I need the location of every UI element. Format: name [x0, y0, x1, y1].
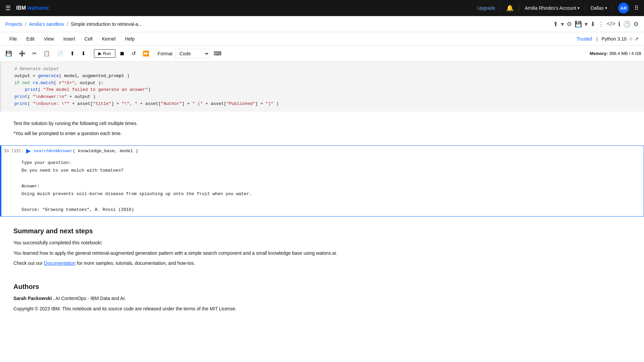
trusted-separator: | [596, 36, 598, 42]
nav-divider-2 [519, 4, 519, 12]
format-label: Format [158, 51, 172, 56]
save-chevron-icon[interactable]: ▾ [585, 20, 588, 28]
python-info: Python 3.10 ⚪ ↗ [601, 36, 639, 42]
code-line-1: # Generate output [14, 66, 639, 73]
summary-line3-post: for more samples, tutorials, documentati… [77, 260, 195, 266]
history-icon[interactable]: 🕐 [623, 20, 631, 28]
kernel-status-icon: ⚪ [629, 37, 633, 41]
info-icon[interactable]: ℹ [618, 20, 621, 28]
cut-button[interactable]: ✂ [30, 48, 39, 59]
text-line-1: Test the solution by running the followi… [13, 120, 631, 127]
interrupt-button[interactable]: ⏹ [117, 49, 127, 59]
save-icon[interactable]: 💾 [575, 20, 582, 28]
cell-type-select[interactable]: Code Markdown Raw [175, 49, 210, 58]
top-nav: ☰ IBM watsonx Upgrade 🔔 Amilia Rhodes's … [0, 0, 644, 16]
breadcrumb-sandbox[interactable]: Amilia's sandbox [29, 21, 64, 27]
text-above-cell: Test the solution by running the followi… [0, 117, 644, 143]
menu-view[interactable]: View [40, 35, 58, 43]
menu-bar: File Edit View Insert Cell Kernel Help T… [0, 32, 644, 46]
upgrade-link[interactable]: Upgrade [477, 5, 495, 11]
menu-cell[interactable]: Cell [80, 35, 97, 43]
code-line-6: print( "\nSource: \"" + asset["title"] +… [14, 101, 639, 108]
code-line-5: print( "\nAnswer:\n" + output ) [14, 94, 639, 101]
python-label: Python 3.10 [601, 36, 627, 42]
cell-code[interactable]: searchAndAnswer( knowledge_base, model ) [34, 147, 141, 155]
add-cell-button[interactable]: ➕ [16, 48, 28, 59]
memory-info: Memory: 396.4 MB / 4 GB [590, 51, 641, 56]
account-chevron-icon: ▾ [578, 6, 580, 10]
code-line-2: output = generate( model, augmented_prom… [14, 73, 639, 80]
trusted-label: Trusted [577, 36, 592, 42]
code-cell-top[interactable]: # Generate output output = generate( mod… [0, 62, 644, 112]
upload-icon[interactable]: ⬆ [553, 20, 558, 28]
notification-bell-icon[interactable]: 🔔 [506, 4, 514, 12]
menu-file[interactable]: File [5, 35, 21, 43]
share-icon[interactable]: ⚙ [567, 20, 572, 28]
breadcrumb-sep-2: / [67, 21, 68, 27]
save-button[interactable]: 💾 [3, 48, 15, 59]
menu-help[interactable]: Help [121, 35, 139, 43]
text-line-2: *You will be prompted to enter a questio… [13, 130, 631, 137]
settings-icon[interactable]: ⚙ [633, 20, 639, 28]
download-icon[interactable]: ⬇ [590, 20, 595, 28]
author-name: Sarah Packowski [13, 296, 52, 301]
avatar[interactable]: AR [618, 3, 629, 13]
memory-label: Memory: [590, 51, 608, 56]
menu-edit[interactable]: Edit [22, 35, 39, 43]
notebook-content: # Generate output output = generate( mod… [0, 62, 644, 362]
apps-icon[interactable]: ⠿ [634, 4, 639, 12]
breadcrumb-chevron-icon[interactable]: ▾ [561, 20, 564, 28]
output-line-3 [21, 174, 641, 182]
output-line-1: Type your question: [21, 159, 641, 167]
move-up-button[interactable]: ⬆ [67, 48, 77, 59]
cell-output: Type your question: Do you need to use m… [1, 156, 644, 217]
breadcrumb-sep-1: / [25, 21, 26, 27]
brand-logo: IBM watsonx [16, 5, 49, 11]
exec-cell-header: In [13]: ▶ searchAndAnswer( knowledge_ba… [1, 146, 644, 156]
region-menu[interactable]: Dallas ▾ [591, 5, 607, 11]
menu-insert[interactable]: Insert [59, 35, 79, 43]
nav-divider-4 [612, 4, 613, 12]
code-comment: # Generate output [14, 66, 59, 71]
summary-line-1: You successfully completed this notebook… [13, 239, 631, 246]
output-line-2: Do you need to use mulch with tomatoes? [21, 167, 641, 174]
run-button[interactable]: ▶ Run [94, 49, 115, 58]
toolbar-sep-2 [155, 50, 155, 58]
memory-value: 396.4 MB / 4 GB [609, 51, 641, 56]
copyright-text: Copyright © 2023 IBM. This notebook and … [13, 305, 631, 312]
kernel-expand-icon: ↗ [635, 36, 639, 42]
exec-cell[interactable]: In [13]: ▶ searchAndAnswer( knowledge_ba… [0, 145, 644, 217]
hamburger-icon[interactable]: ☰ [5, 4, 11, 12]
keyboard-shortcut-button[interactable]: ⌨ [211, 48, 224, 59]
breadcrumb-projects[interactable]: Projects [5, 21, 22, 27]
code-line-3: if not re.match( r"\S+", output ): [14, 80, 639, 87]
move-down-button[interactable]: ⬇ [78, 48, 88, 59]
cell-label: In [13]: [4, 148, 23, 153]
menu-kernel[interactable]: Kernel [98, 35, 119, 43]
run-cell-button[interactable]: ▶ [26, 147, 31, 155]
paste-button[interactable]: 📄 [54, 48, 66, 59]
code-line-4: print( "The model failed to generate an … [14, 86, 639, 94]
authors-info: Sarah Packowski , AI ContentOps - IBM Da… [13, 295, 631, 302]
account-menu[interactable]: Amilia Rhodes's Account ▾ [525, 5, 580, 11]
output-line-7: Source: "Growing tomatoes", A. Rossi (20… [21, 206, 641, 214]
output-line-4: Answer: [21, 182, 641, 190]
summary-section: Summary and next steps You successfully … [0, 219, 644, 278]
documentation-link[interactable]: Documentation [44, 260, 75, 266]
copy-button[interactable]: 📋 [41, 48, 53, 59]
more-options-icon[interactable]: ⋮ [598, 20, 604, 28]
summary-line-3: Check out our Documentation for more sam… [13, 259, 631, 267]
summary-title: Summary and next steps [13, 227, 631, 235]
summary-line-2: You learned how to apply the general ret… [13, 249, 631, 257]
nav-divider-1 [500, 4, 501, 12]
toolbar: 💾 ➕ ✂ 📋 📄 ⬆ ⬇ ▶ Run ⏹ ↺ ⏩ Format Code Ma… [0, 46, 644, 62]
code-view-icon[interactable]: </> [607, 20, 615, 27]
restart-button[interactable]: ↺ [129, 48, 139, 59]
breadcrumb-bar: Projects / Amilia's sandbox / Simple int… [0, 16, 644, 32]
output-line-5: Using mulch prevents soil-borne disease … [21, 190, 641, 198]
trusted-area: Trusted | Python 3.10 ⚪ ↗ [577, 36, 639, 42]
summary-line3-pre: Check out our [13, 260, 44, 266]
run-triangle-icon: ▶ [98, 51, 102, 56]
toolbar-sep-1 [91, 50, 91, 58]
restart-run-button[interactable]: ⏩ [140, 48, 152, 59]
